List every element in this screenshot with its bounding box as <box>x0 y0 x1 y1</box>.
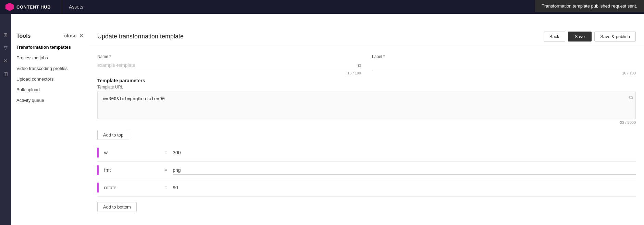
tools-icon[interactable]: ✕ <box>2 57 9 64</box>
save-publish-button[interactable]: Save & publish <box>594 32 636 42</box>
param-equals-2: = <box>164 185 167 190</box>
nav-sidebar: Tools close ✕ Transformation templatesPr… <box>11 14 89 225</box>
template-url-label: Template URL <box>97 85 636 90</box>
icon-sidebar: ⊞ ▽ ✕ ◫ <box>0 14 11 225</box>
name-input[interactable] <box>97 60 355 70</box>
nav-header: Tools close ✕ <box>11 27 89 42</box>
template-params-section: Template parameters Template URL w=300&f… <box>97 78 636 216</box>
page-title: Update transformation template <box>97 33 184 40</box>
content-header: Update transformation template Back Save… <box>89 27 644 46</box>
name-char-count: 16 / 100 <box>97 71 361 75</box>
sidebar-item-video-transcoding-profiles[interactable]: Video transcoding profiles <box>11 63 89 74</box>
grid-icon[interactable]: ⊞ <box>2 31 9 38</box>
form-area: Name * ⧉ 16 / 100 Label * Example templa… <box>89 46 644 224</box>
nav-items-list: Transformation templatesProcessing jobsV… <box>11 42 89 106</box>
nav-close-button[interactable]: close ✕ <box>64 33 83 38</box>
param-equals-1: = <box>164 167 167 173</box>
toast-notification: Transformation template published reques… <box>535 0 644 12</box>
layers-icon[interactable]: ◫ <box>2 70 9 78</box>
param-value-input-2[interactable] <box>173 183 636 192</box>
toast-message: Transformation template published reques… <box>542 3 637 9</box>
param-drag-handle[interactable] <box>97 147 99 158</box>
param-key-0: w <box>104 150 159 155</box>
label-input[interactable]: Example template <box>372 60 636 70</box>
sidebar-item-processing-jobs[interactable]: Processing jobs <box>11 52 89 63</box>
param-value-input-1[interactable] <box>173 166 636 175</box>
label-label: Label * <box>372 54 636 59</box>
sidebar-item-activity-queue[interactable]: Activity queue <box>11 95 89 106</box>
filter-icon[interactable]: ▽ <box>2 44 9 51</box>
back-button[interactable]: Back <box>544 32 565 42</box>
save-button[interactable]: Save <box>568 32 592 42</box>
logo-icon <box>5 3 14 11</box>
param-rows-list: w = fmt = rotate = <box>97 144 636 197</box>
name-label: Name * <box>97 54 361 59</box>
param-drag-handle[interactable] <box>97 165 99 175</box>
name-group: Name * ⧉ 16 / 100 <box>97 54 361 75</box>
logo: CONTENT HUB <box>0 3 62 11</box>
header-actions: Back Save Save & publish <box>544 32 636 42</box>
template-url-copy-icon[interactable]: ⧉ <box>629 95 633 100</box>
url-char-count: 23 / 5000 <box>97 120 636 125</box>
nav-title: Tools <box>16 33 30 39</box>
param-drag-handle[interactable] <box>97 182 99 193</box>
param-equals-0: = <box>164 150 167 155</box>
add-to-bottom-button[interactable]: Add to bottom <box>97 202 137 212</box>
param-key-1: fmt <box>104 167 159 173</box>
param-row: fmt = <box>97 162 636 179</box>
sidebar-item-transformation-templates[interactable]: Transformation templates <box>11 42 89 52</box>
logo-text: CONTENT HUB <box>16 4 51 10</box>
template-url-value: w=300&fmt=png&rotate=90 <box>103 96 165 101</box>
add-to-bottom-wrapper: Add to bottom <box>97 202 636 216</box>
name-input-wrapper: ⧉ <box>97 60 361 70</box>
topbar-section: Assets <box>62 0 90 14</box>
main-content: Update transformation template Back Save… <box>89 14 644 225</box>
label-group: Label * Example template 16 / 100 <box>372 54 636 75</box>
name-label-row: Name * ⧉ 16 / 100 Label * Example templa… <box>97 54 636 75</box>
label-char-count: 16 / 100 <box>372 71 636 75</box>
param-key-2: rotate <box>104 185 159 190</box>
template-url-box: w=300&fmt=png&rotate=90 ⧉ <box>97 92 636 119</box>
name-copy-icon[interactable]: ⧉ <box>358 62 361 68</box>
param-row: w = <box>97 144 636 162</box>
add-to-top-button[interactable]: Add to top <box>97 130 129 140</box>
sidebar-item-bulk-upload[interactable]: Bulk upload <box>11 84 89 95</box>
close-label: close <box>64 33 76 38</box>
sidebar-item-upload-connectors[interactable]: Upload connectors <box>11 74 89 84</box>
param-value-input-0[interactable] <box>173 149 636 157</box>
param-row: rotate = <box>97 179 636 197</box>
template-params-title: Template parameters <box>97 78 636 83</box>
